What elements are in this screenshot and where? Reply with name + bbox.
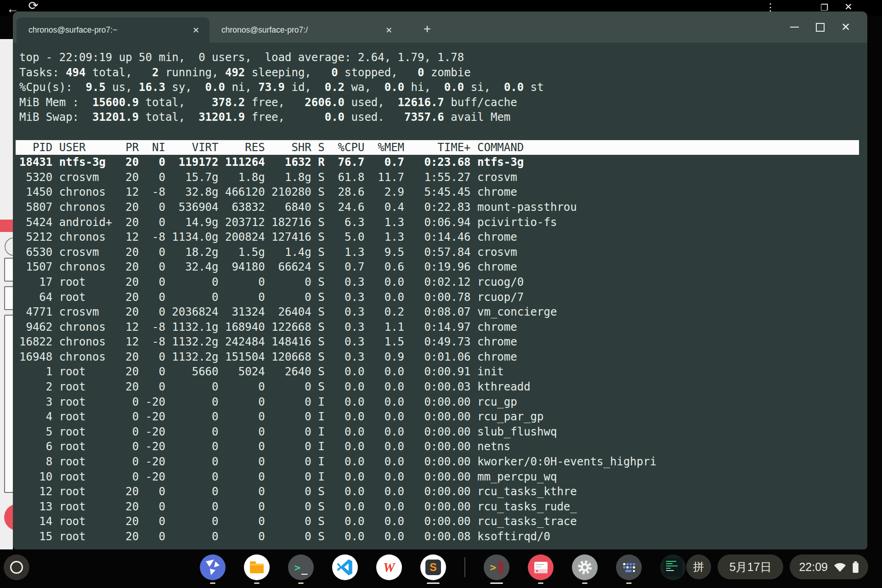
background-field bbox=[4, 258, 13, 282]
app-sublime-text[interactable]: S bbox=[420, 554, 446, 580]
date-label: 5月17日 bbox=[729, 560, 772, 575]
app-window-preview[interactable] bbox=[660, 554, 686, 580]
process-row: 6 root 0 -20 0 0 0 I 0.0 0.0 0:00.00 net… bbox=[19, 439, 863, 454]
app-settings[interactable] bbox=[572, 554, 598, 580]
minimize-button[interactable] bbox=[786, 19, 802, 35]
process-row: 4771 crosvm 20 0 2036824 31324 26404 S 0… bbox=[19, 305, 863, 320]
app-crosh[interactable]: > bbox=[484, 554, 509, 580]
background-app-edge bbox=[0, 39, 13, 549]
app-wps-office[interactable]: W bbox=[376, 554, 402, 580]
terminal-summary-line: MiB Swap: 31201.9 total, 31201.9 free, 0… bbox=[19, 110, 863, 125]
terminal-tab-strip: chronos@surface-pro7:~ ✕ chronos@surface… bbox=[13, 11, 867, 43]
process-row: 17 root 20 0 0 0 0 S 0.3 0.0 0:02.12 rcu… bbox=[19, 275, 863, 290]
process-row: 5 root 0 -20 0 0 0 I 0.0 0.0 0:00.00 slu… bbox=[19, 424, 863, 440]
background-fab-button[interactable] bbox=[4, 504, 13, 531]
background-field bbox=[4, 286, 13, 310]
app-virtual-keyboard[interactable] bbox=[616, 554, 642, 580]
vscode-icon bbox=[335, 558, 355, 577]
running-indicator bbox=[254, 582, 260, 584]
process-row: 9462 chronos 12 -8 1132.1g 168940 122668… bbox=[19, 320, 863, 335]
process-row: 16822 chronos 12 -8 1132.2g 242484 14841… bbox=[19, 334, 863, 350]
tab-title: chronos@surface-pro7:~ bbox=[28, 25, 190, 35]
shelf-apps: > _ W S > bbox=[200, 554, 686, 580]
running-indicator bbox=[210, 582, 215, 584]
running-indicator bbox=[538, 582, 543, 584]
process-row: 2 root 20 0 0 0 0 S 0.0 0.0 0:00.03 kthr… bbox=[19, 379, 863, 395]
app-terminal[interactable]: > _ bbox=[288, 554, 314, 580]
terminal-preview-icon bbox=[664, 558, 682, 577]
app-trae[interactable] bbox=[200, 554, 226, 580]
notes-icon bbox=[534, 562, 548, 573]
terminal-icon: > bbox=[294, 562, 300, 573]
process-row: 14 root 20 0 0 0 0 S 0.0 0.0 0:00.00 rcu… bbox=[19, 514, 863, 529]
process-row: 6530 crosvm 20 0 18.2g 1.5g 1.4g S 1.3 9… bbox=[19, 245, 863, 260]
terminal-window: chronos@surface-pro7:~ ✕ chronos@surface… bbox=[13, 11, 867, 549]
blank-line bbox=[19, 125, 863, 140]
process-table-header: PID USER PR NI VIRT RES SHR S %CPU %MEM … bbox=[16, 140, 859, 155]
app-notes[interactable] bbox=[528, 554, 554, 580]
reload-icon[interactable]: ⟳ bbox=[28, 0, 38, 12]
shelf-separator bbox=[464, 557, 465, 577]
tab-close-icon[interactable]: ✕ bbox=[190, 24, 202, 36]
status-area: 拼 5月17日 22:09 bbox=[686, 554, 868, 579]
process-row: 5320 crosvm 20 0 15.7g 1.8g 1.8g S 61.8 … bbox=[19, 170, 863, 185]
running-indicator bbox=[490, 582, 503, 584]
process-row: 3 root 0 -20 0 0 0 I 0.0 0.0 0:00.00 rcu… bbox=[19, 395, 863, 410]
sublime-icon: S bbox=[425, 560, 441, 575]
terminal-summary-line: MiB Mem : 15600.9 total, 378.2 free, 260… bbox=[19, 95, 863, 110]
new-tab-button[interactable]: + bbox=[417, 19, 437, 39]
folder-icon bbox=[250, 564, 264, 573]
running-indicator bbox=[582, 582, 588, 584]
maximize-button[interactable] bbox=[812, 19, 828, 35]
process-row: 1450 chronos 12 -8 32.8g 466120 210280 S… bbox=[19, 185, 863, 200]
process-row: 5424 android+ 20 0 14.9g 203712 182716 S… bbox=[19, 215, 863, 230]
crosh-icon: > bbox=[490, 561, 497, 573]
process-row: 16948 chronos 20 0 1132.2g 151504 120668… bbox=[19, 350, 863, 365]
wps-icon: W bbox=[383, 560, 395, 575]
terminal-summary: top - 22:09:19 up 50 min, 0 users, load … bbox=[19, 50, 863, 125]
running-indicator bbox=[626, 582, 632, 584]
tab-close-icon[interactable]: ✕ bbox=[383, 24, 395, 36]
process-row: 5212 chronos 12 -8 1134.0g 200824 127416… bbox=[19, 230, 863, 245]
process-row: 5807 chronos 20 0 536904 63832 6840 S 24… bbox=[19, 200, 863, 215]
app-files[interactable] bbox=[244, 554, 270, 580]
keyboard-icon bbox=[620, 559, 638, 576]
tab-title: chronos@surface-pro7:/ bbox=[221, 25, 383, 35]
close-button[interactable]: ✕ bbox=[838, 19, 854, 35]
launcher-icon bbox=[10, 561, 23, 574]
window-controls: ✕ bbox=[786, 11, 854, 43]
process-row: 15 root 20 0 0 0 0 S 0.0 0.0 0:00.08 kso… bbox=[19, 529, 863, 544]
process-row: 64 root 20 0 0 0 0 S 0.3 0.0 0:00.78 rcu… bbox=[19, 290, 863, 305]
process-row: 4 root 0 -20 0 0 0 I 0.0 0.0 0:00.00 rcu… bbox=[19, 409, 863, 424]
background-panel bbox=[4, 315, 13, 493]
trae-icon bbox=[200, 554, 226, 580]
process-row: 8 root 0 -20 0 0 0 I 0.0 0.0 0:00.00 kwo… bbox=[19, 454, 863, 469]
ime-button[interactable]: 拼 bbox=[686, 554, 711, 579]
terminal-summary-line: top - 22:09:19 up 50 min, 0 users, load … bbox=[19, 50, 863, 65]
tab-home-session[interactable]: chronos@surface-pro7:~ ✕ bbox=[17, 17, 209, 43]
gear-icon bbox=[575, 557, 595, 577]
process-row: 1 root 20 0 5660 5024 2640 S 0.0 0.0 0:0… bbox=[19, 364, 863, 379]
terminal-summary-line: Tasks: 494 total, 2 running, 492 sleepin… bbox=[19, 65, 863, 80]
tab-root-session[interactable]: chronos@surface-pro7:/ ✕ bbox=[209, 17, 402, 43]
process-row: 1507 chronos 20 0 32.4g 94180 66624 S 0.… bbox=[19, 260, 863, 275]
background-red-banner bbox=[0, 220, 13, 232]
terminal-summary-line: %Cpu(s): 9.5 us, 16.3 sy, 0.0 ni, 73.9 i… bbox=[19, 80, 863, 95]
terminal-output: top - 22:09:19 up 50 min, 0 users, load … bbox=[13, 43, 867, 549]
running-indicator bbox=[298, 582, 304, 584]
process-row: 10 root 0 -20 0 0 0 I 0.0 0.0 0:00.00 mm… bbox=[19, 469, 863, 485]
process-row: 18431 ntfs-3g 20 0 119172 111264 1632 R … bbox=[19, 155, 863, 170]
process-row: 12 root 20 0 0 0 0 S 0.0 0.0 0:00.00 rcu… bbox=[19, 484, 863, 499]
app-vscode[interactable] bbox=[332, 554, 358, 580]
screen: ← ⟳ ⋮ ❐ ✕ chronos@surface-pro7:~ ✕ chron… bbox=[0, 0, 882, 588]
process-row: 13 root 20 0 0 0 0 S 0.0 0.0 0:00.00 rcu… bbox=[19, 499, 863, 514]
process-table: 18431 ntfs-3g 20 0 119172 111264 1632 R … bbox=[19, 155, 863, 544]
system-tray-button[interactable]: 22:09 bbox=[790, 554, 868, 579]
running-indicator bbox=[427, 582, 440, 584]
shelf: > _ W S > bbox=[0, 549, 882, 588]
clock-label: 22:09 bbox=[799, 560, 828, 574]
close-window-icon[interactable]: ✕ bbox=[844, 1, 853, 12]
battery-icon bbox=[852, 561, 859, 573]
launcher-button[interactable] bbox=[4, 554, 29, 580]
date-button[interactable]: 5月17日 bbox=[718, 554, 784, 579]
